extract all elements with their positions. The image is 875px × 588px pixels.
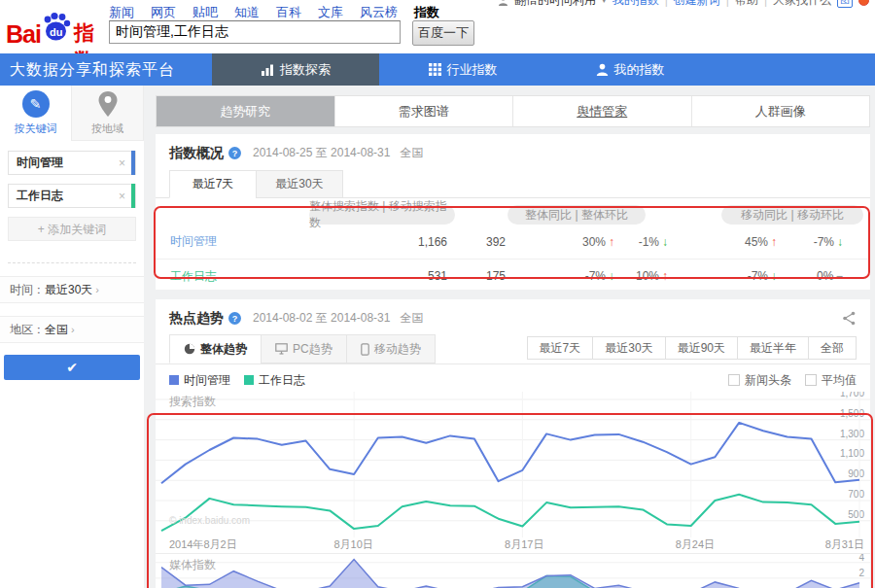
confirm-button[interactable]: ✔ — [4, 355, 140, 380]
keyword-link[interactable]: 时间管理 — [156, 233, 301, 250]
tab-audience-profile[interactable]: 人群画像 — [692, 96, 870, 126]
link-hot-search[interactable]: 大家找什么 — [773, 0, 831, 9]
research-tabs: 趋势研究 需求图谱 舆情管家 人群画像 — [156, 95, 870, 127]
mobile-yoy: 45%↑ — [668, 235, 777, 249]
checkbox-icon[interactable] — [805, 374, 817, 386]
checkbox-icon[interactable] — [728, 374, 740, 386]
baidu-search-button[interactable]: 百度一下 — [412, 20, 474, 46]
nav-link-fengyunbang[interactable]: 风云榜 — [360, 4, 398, 21]
link-my-index[interactable]: 我的指数 — [612, 0, 659, 9]
x-tick: 2014年8月2日 — [169, 537, 237, 552]
primary-navbar: 大数据分享和探索平台 指数探索 行业指数 我的指数 — [0, 53, 875, 86]
overview-title: 指数概况 — [169, 145, 224, 162]
user-name[interactable]: 翻倍的时间利用 — [514, 0, 596, 9]
tab-label: PC趋势 — [293, 341, 332, 358]
table-row: 工作日志 531 175 -7%↓ 10%↑ -7%↓ 0%– — [156, 259, 870, 293]
chart-legend: 时间管理 工作日志 新闻头条 平均值 — [156, 368, 870, 392]
nav-link-baike[interactable]: 百科 — [276, 4, 301, 21]
range-half-year-button[interactable]: 最近半年 — [737, 336, 809, 360]
tab-industry-index[interactable]: 行业指数 — [379, 53, 546, 86]
map-pin-icon — [97, 90, 119, 118]
link-create-word[interactable]: 创建新词 — [674, 0, 720, 9]
link-help[interactable]: 帮助 — [735, 0, 758, 9]
notice-icon[interactable] — [858, 0, 869, 6]
overview-period-tabs: 最近7天 最近30天 — [156, 170, 870, 198]
baidu-index-logo[interactable]: Bai du 指数 — [41, 11, 107, 50]
tab-label: 整体趋势 — [200, 341, 247, 358]
search-index-chart[interactable]: 搜索指数 5007009001,1001,3001,5001,700 © ind… — [156, 392, 870, 537]
close-icon[interactable]: × — [119, 156, 125, 170]
overview-region: 全国 — [400, 145, 423, 161]
mode-tab-by-keyword[interactable]: ✎ 按关键词 — [0, 86, 71, 141]
divider: | — [665, 0, 668, 7]
svg-text:500: 500 — [848, 509, 864, 520]
tab-label: 我的指数 — [614, 61, 665, 79]
tab-overall-trend[interactable]: 整体趋势 — [169, 334, 262, 363]
time-range-buttons: 最近7天 最近30天 最近90天 最近半年 全部 — [528, 336, 857, 360]
trend-region: 全国 — [400, 310, 423, 327]
search-input[interactable] — [109, 20, 401, 44]
hot-trend-card: 热点趋势 ? 2014-08-02 至 2014-08-31 全国 整体趋势 — [156, 299, 870, 588]
pie-icon — [184, 343, 195, 355]
keyword-item[interactable]: 时间管理 × — [8, 151, 136, 175]
chevron-down-icon: ▾ — [602, 0, 607, 5]
trend-header: 热点趋势 ? 2014-08-02 至 2014-08-31 全国 — [156, 299, 870, 331]
tab-demand-map[interactable]: 需求图谱 — [335, 96, 514, 126]
keyword-color-stripe — [131, 184, 135, 208]
overall-search-index: 531 — [301, 269, 447, 283]
tab-label: 行业指数 — [447, 61, 498, 79]
mode-tab-by-region[interactable]: 按地域 — [71, 86, 144, 141]
trend-date-range: 2014-08-02 至 2014-08-31 — [253, 310, 390, 327]
share-icon[interactable] — [842, 311, 857, 326]
tab-trend-research[interactable]: 趋势研究 — [157, 96, 335, 126]
tab-mobile-trend[interactable]: 移动趋势 — [346, 334, 436, 363]
arrow-icon: ↓ — [837, 235, 843, 249]
area-chart-canvas[interactable]: 24 — [156, 554, 870, 588]
x-axis-labels: 2014年8月2日 8月10日 8月17日 8月24日 8月31日 — [156, 537, 870, 553]
region-filter-row[interactable]: 地区： 全国 › — [0, 316, 144, 343]
tab-sentiment-manager[interactable]: 舆情管家 — [513, 96, 692, 126]
nav-link-zhidao[interactable]: 知道 — [234, 4, 260, 21]
tab-my-index[interactable]: 我的指数 — [546, 53, 714, 86]
trend-type-tabs: 整体趋势 PC趋势 移动趋势 — [169, 334, 435, 363]
grid-icon — [429, 63, 441, 76]
checkbox-label: 新闻头条 — [745, 372, 791, 389]
range-90d-button[interactable]: 最近90天 — [665, 336, 738, 360]
x-tick: 8月10日 — [333, 537, 372, 552]
svg-text:2: 2 — [858, 568, 864, 578]
nav-link-web[interactable]: 网页 — [151, 4, 176, 21]
region-filter-value: 全国 — [45, 322, 68, 338]
checkbox-label: 平均值 — [822, 372, 857, 389]
line-chart-canvas[interactable]: 5007009001,1001,3001,5001,700 — [156, 392, 870, 537]
keyword-item[interactable]: 工作日志 × — [8, 184, 136, 208]
trend-controls: 整体趋势 PC趋势 移动趋势 最近 — [156, 333, 870, 364]
time-filter-row[interactable]: 时间： 最近30天 › — [0, 276, 144, 303]
overall-search-index: 1,166 — [301, 235, 447, 249]
tab-last-30-days[interactable]: 最近30天 — [256, 170, 343, 198]
close-icon[interactable]: × — [119, 190, 125, 203]
time-filter-value: 最近30天 — [45, 282, 92, 298]
tab-pc-trend[interactable]: PC趋势 — [261, 334, 347, 363]
legend-item-keyword1[interactable]: 时间管理 — [169, 372, 230, 389]
average-checkbox[interactable]: 平均值 — [805, 372, 857, 389]
keyword-link[interactable]: 工作日志 — [156, 268, 301, 285]
legend-label: 时间管理 — [184, 372, 230, 389]
search-index-axis-title: 搜索指数 — [169, 394, 216, 410]
media-index-chart[interactable]: 媒体指数 24 — [156, 553, 870, 588]
tab-index-explore[interactable]: 指数探索 — [212, 53, 379, 86]
help-icon[interactable]: ? — [228, 312, 241, 325]
help-icon[interactable]: ? — [228, 147, 241, 159]
news-headline-checkbox[interactable]: 新闻头条 — [728, 372, 791, 389]
add-keyword-button[interactable]: + 添加关键词 — [8, 217, 136, 241]
nav-link-news[interactable]: 新闻 — [109, 4, 134, 21]
legend-label: 工作日志 — [259, 372, 305, 389]
svg-text:700: 700 — [848, 489, 864, 500]
legend-item-keyword2[interactable]: 工作日志 — [244, 372, 305, 389]
tab-last-7-days[interactable]: 最近7天 — [169, 170, 257, 198]
nav-link-tieba[interactable]: 贴吧 — [192, 4, 218, 21]
nav-link-wenku[interactable]: 文库 — [318, 4, 343, 21]
range-30d-button[interactable]: 最近30天 — [592, 336, 665, 360]
range-7d-button[interactable]: 最近7天 — [527, 336, 594, 360]
overlay-checkboxes: 新闻头条 平均值 — [728, 372, 857, 389]
range-all-button[interactable]: 全部 — [808, 336, 857, 360]
